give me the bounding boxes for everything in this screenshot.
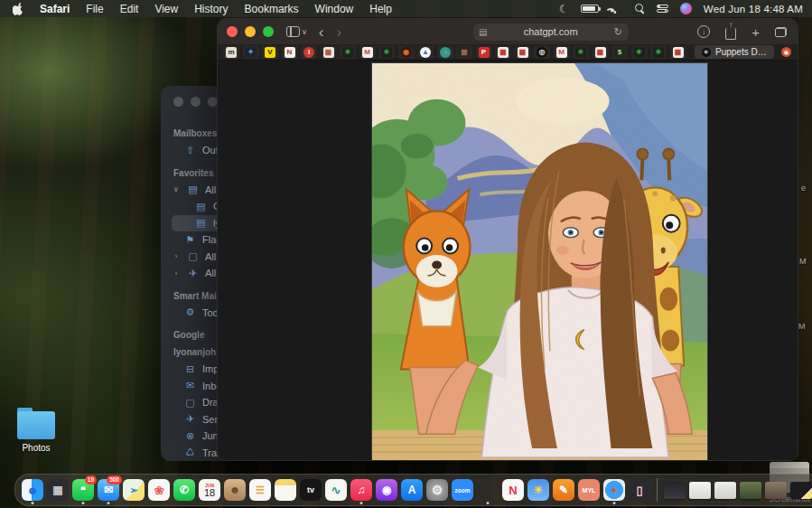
dock-item-music[interactable]: ♫ [350, 476, 373, 503]
dock-item-finder[interactable]: ☻ [21, 476, 44, 503]
running-indicator [32, 502, 34, 504]
pinned-tab-green-asterisk[interactable]: ✳ [573, 46, 589, 59]
reload-icon[interactable]: ↻ [614, 26, 622, 38]
dock-item-drawing-app[interactable]: ✎ [552, 476, 575, 503]
pinned-tab-p-badge[interactable]: P [476, 46, 492, 59]
pinned-tab-dollar[interactable]: $ [611, 46, 628, 59]
menu-item-file[interactable]: File [86, 3, 103, 15]
pinned-tab-recipe-grid[interactable]: ▦ [593, 46, 609, 59]
dock-item-mail[interactable]: ✉500 [97, 476, 120, 503]
pinned-tab-medium[interactable]: m [223, 46, 239, 59]
dock-item-minimized-document[interactable] [688, 476, 712, 503]
photo-grid-icon: ▦ [323, 47, 334, 58]
forward-button[interactable]: › [337, 24, 342, 40]
pinned-tab-gmail[interactable]: M [359, 46, 376, 59]
disclosure-chevron-icon[interactable]: › [172, 252, 181, 260]
dock-item-calendar[interactable]: JUN18 [198, 476, 221, 503]
dock-item-minimized-document[interactable] [714, 476, 737, 503]
dock-item-apple-tv[interactable]: tv [299, 476, 322, 503]
desktop-folder-photos[interactable]: Photos [13, 411, 60, 453]
dock-item-zoom[interactable]: zoom [451, 476, 474, 503]
sidebar-toggle-icon[interactable] [286, 26, 300, 37]
share-icon[interactable] [725, 28, 736, 40]
apple-menu-icon[interactable] [13, 3, 23, 15]
dock-item-minimized-photo[interactable] [764, 476, 788, 503]
camera-target-icon: ◎ [537, 47, 547, 58]
minimize-button[interactable] [245, 26, 256, 37]
focus-moon-icon[interactable]: ☾ [559, 4, 569, 14]
menu-item-help[interactable]: Help [369, 3, 392, 15]
menu-item-bookmarks[interactable]: Bookmarks [245, 3, 299, 15]
control-center-icon[interactable] [657, 5, 668, 13]
new-tab-icon[interactable]: + [751, 24, 760, 40]
dock-item-iphone-mirroring[interactable]: ▯ [628, 476, 651, 503]
pinned-tab-recipe-grid[interactable]: ▦ [670, 46, 686, 59]
tab-compact[interactable]: ◉ [780, 45, 792, 59]
back-button[interactable]: ‹ [319, 24, 324, 40]
pinned-tab-dark-photo[interactable]: ▩ [456, 46, 472, 59]
pinned-tab-recipe-grid[interactable]: ▦ [495, 46, 511, 59]
siri-icon[interactable] [680, 3, 692, 14]
zoom-button[interactable] [263, 26, 274, 37]
pinned-tab-pie-chart[interactable]: ◑ [437, 46, 453, 59]
inbox-icon: ▤ [195, 201, 207, 212]
dock-item-notes[interactable] [274, 476, 297, 503]
menu-item-edit[interactable]: Edit [120, 3, 139, 15]
news-n-icon: N [285, 47, 295, 58]
dock-item-myl-app[interactable]: MYL [577, 476, 601, 503]
battery-icon[interactable] [581, 5, 599, 13]
dock-item-contacts[interactable]: ☻ [223, 476, 247, 503]
tab-puppets[interactable]: ✳ Puppets D… [695, 45, 774, 59]
menu-bar-clock[interactable]: Wed Jun 18 4:48 AM [704, 4, 803, 14]
tab-overview-icon[interactable] [775, 27, 787, 37]
dock-item-launchpad[interactable]: ▦ [46, 476, 70, 503]
pinned-tab-green-asterisk[interactable]: ✳ [378, 46, 395, 59]
dock-item-news[interactable]: N [501, 476, 525, 503]
sidebar-chevron-icon[interactable]: ∨ [302, 28, 307, 36]
pinned-tab-camera-target[interactable]: ◎ [534, 46, 550, 59]
menu-item-window[interactable]: Window [315, 3, 354, 15]
menu-item-history[interactable]: History [194, 3, 228, 15]
pinned-tab-v-site[interactable]: V [262, 46, 278, 59]
notification-badge: 19 [85, 475, 97, 484]
page-settings-icon[interactable]: ▤ [479, 27, 487, 37]
close-button[interactable] [227, 26, 238, 37]
disclosure-chevron-icon[interactable]: › [172, 269, 181, 278]
address-bar[interactable]: ▤ chatgpt.com ↻ [473, 24, 629, 41]
desktop-file-label-fragment: e [801, 183, 806, 193]
wifi-icon[interactable] [611, 5, 623, 14]
spotlight-search-icon[interactable] [635, 4, 645, 14]
downloads-icon[interactable]: ↓ [697, 25, 710, 38]
pinned-tab-donut[interactable]: ◉ [398, 46, 415, 59]
pinned-tab-green-asterisk[interactable]: ✳ [650, 46, 667, 59]
dock-item-reminders[interactable]: ☰ [248, 476, 272, 503]
dock-item-preview-image[interactable] [476, 476, 499, 503]
dock-item-messages[interactable]: ❝19 [71, 476, 95, 503]
menu-item-view[interactable]: View [154, 3, 178, 15]
pinned-tab-twitter[interactable]: ✦ [243, 46, 259, 59]
dock-item-freeform[interactable]: ∿ [324, 476, 348, 503]
dock-item-facetime[interactable]: ✆ [173, 476, 196, 503]
pinned-tab-instapaper[interactable]: I [301, 46, 317, 59]
dock-item-maps[interactable]: ➢ [122, 476, 145, 503]
dock-item-safari[interactable]: ✦ [602, 476, 626, 503]
pinned-tab-news-n[interactable]: N [282, 46, 298, 59]
pinned-tab-gmail[interactable]: M [554, 46, 570, 59]
pinned-tab-recipe-grid[interactable]: ▦ [515, 46, 531, 59]
dock-item-minimized-window-notes[interactable] [789, 476, 812, 503]
pinned-tab-green-asterisk[interactable]: ✳ [340, 46, 356, 59]
puppet-portrait-image[interactable] [371, 62, 708, 461]
dock-item-photos[interactable]: ❀ [147, 476, 171, 503]
disclosure-chevron-icon[interactable]: ∨ [172, 185, 181, 193]
pie-chart-icon: ◑ [440, 47, 451, 58]
dock-item-app-store[interactable]: A [400, 476, 424, 503]
dock-item-system-settings[interactable]: ⚙ [425, 476, 449, 503]
pinned-tab-photo-grid[interactable]: ▦ [321, 46, 337, 59]
dock-item-minimized-window-dark[interactable] [663, 476, 686, 503]
pinned-tab-green-asterisk[interactable]: ✳ [631, 46, 648, 59]
dock-item-weather[interactable]: ☀ [527, 476, 550, 503]
dock-item-minimized-photo-forest[interactable] [739, 476, 762, 503]
menu-item-safari[interactable]: Safari [40, 3, 70, 15]
dock-item-podcasts[interactable]: ◉ [375, 476, 398, 503]
pinned-tab-triangle-a[interactable]: ▲ [417, 46, 434, 59]
